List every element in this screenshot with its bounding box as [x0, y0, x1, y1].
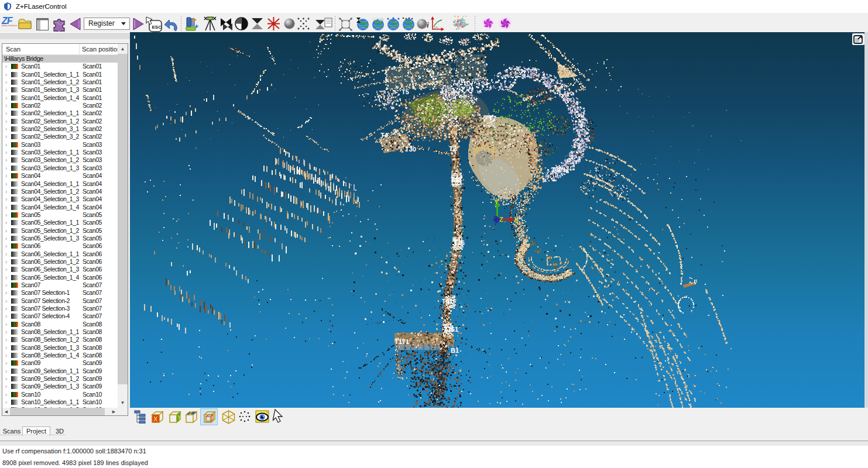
svg-text:T5: T5 [402, 88, 409, 95]
svg-text:T18: T18 [451, 176, 462, 183]
svg-text:Y: Y [177, 415, 181, 421]
svg-text:T41: T41 [442, 298, 453, 305]
svg-text:T171: T171 [394, 338, 409, 345]
svg-text:T7: T7 [489, 115, 496, 122]
svg-text:X: X [514, 216, 519, 223]
svg-text:i: i [427, 20, 429, 29]
svg-text:ESC: ESC [152, 25, 162, 30]
svg-text:T161: T161 [444, 326, 458, 333]
svg-text:Z: Z [499, 216, 503, 223]
svg-text:T30: T30 [405, 146, 416, 153]
svg-text:T16: T16 [454, 239, 465, 246]
svg-text:T301: T301 [551, 166, 566, 173]
svg-text:Z: Z [189, 410, 193, 416]
svg-text:T4: T4 [380, 132, 389, 139]
svg-text:T2: T2 [449, 145, 457, 152]
svg-text:Y: Y [494, 198, 499, 205]
svg-text:B1: B1 [451, 347, 459, 354]
svg-text:X: X [153, 415, 158, 422]
